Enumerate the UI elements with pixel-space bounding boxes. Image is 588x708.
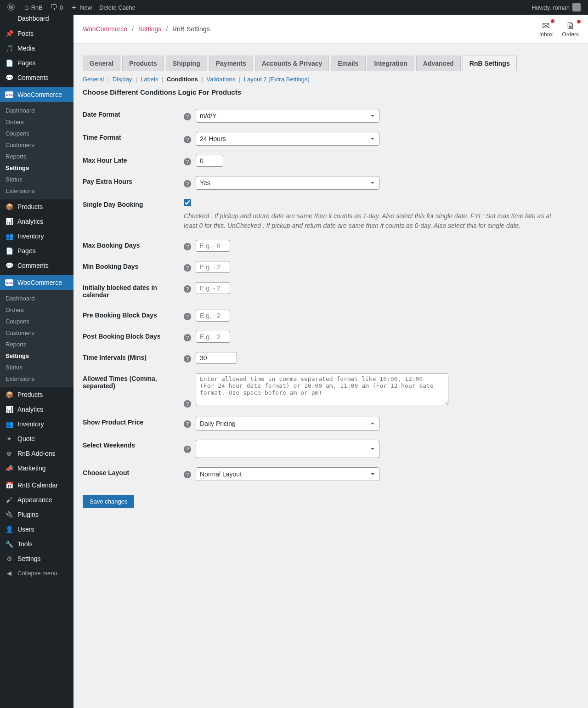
help-icon[interactable]: ? [184, 113, 191, 120]
submenu-extensions[interactable]: Extensions [0, 185, 74, 197]
help-icon[interactable]: ? [184, 243, 191, 250]
sidebar-dashboard-cut[interactable]: Dashboard [0, 15, 74, 24]
sidebar-item-tools[interactable]: 🔧Tools [0, 537, 74, 551]
subtab-labels[interactable]: Labels [141, 76, 158, 83]
subtab-layout-2-extra-settings-[interactable]: Layout 2 (Extra Settings) [244, 76, 310, 83]
tab-rnb-settings[interactable]: RnB Settings [463, 56, 517, 71]
sidebar-item-pages[interactable]: 📄Pages [0, 244, 74, 258]
submenu-reports[interactable]: Reports [0, 339, 74, 350]
help-icon[interactable]: ? [184, 285, 191, 293]
help-icon[interactable]: ? [184, 313, 191, 320]
inbox-action[interactable]: ✉ Inbox [539, 20, 553, 38]
help-icon[interactable]: ? [184, 264, 191, 272]
sidebar-item-inventory[interactable]: 👥Inventory [0, 417, 74, 431]
sidebar-item-comments[interactable]: 💬Comments [0, 70, 74, 85]
site-name[interactable]: ⌂RnB [21, 0, 46, 15]
wordpress-logo[interactable]: ⓦ [4, 0, 21, 15]
tab-integration[interactable]: Integration [368, 56, 414, 71]
sidebar-item-pages[interactable]: 📄Pages [0, 56, 74, 70]
tab-payments[interactable]: Payments [209, 56, 253, 71]
help-icon[interactable]: ? [184, 355, 191, 362]
single-day-checkbox[interactable] [184, 199, 191, 206]
weekends-select[interactable] [196, 440, 379, 458]
breadcrumb-woo[interactable]: WooCommerce [83, 25, 127, 33]
bars-icon: 📊 [5, 406, 14, 413]
submenu-dashboard[interactable]: Dashboard [0, 105, 74, 116]
tab-shipping[interactable]: Shipping [166, 56, 207, 71]
max-booking-input[interactable] [196, 240, 230, 252]
time-intervals-input[interactable] [196, 352, 237, 364]
sidebar-item-analytics[interactable]: 📊Analytics [0, 214, 74, 229]
help-icon[interactable]: ? [184, 158, 191, 165]
bars-icon: 📊 [5, 218, 14, 225]
sidebar-item-posts[interactable]: 📌Posts [0, 26, 74, 41]
new-content[interactable]: ＋New [67, 0, 96, 15]
submenu-customers[interactable]: Customers [0, 327, 74, 339]
subtab-general[interactable]: General [83, 76, 104, 83]
tab-advanced[interactable]: Advanced [416, 56, 461, 71]
pre-block-input[interactable] [196, 310, 230, 322]
submenu-coupons[interactable]: Coupons [0, 316, 74, 327]
submenu-orders[interactable]: Orders [0, 304, 74, 316]
min-booking-input[interactable] [196, 261, 230, 273]
sidebar-woocommerce-2[interactable]: wooWooCommerce [0, 275, 74, 290]
pay-extra-select[interactable]: Yes [196, 176, 379, 190]
sidebar-item-rnb-add-ons[interactable]: ⊕RnB Add-ons [0, 446, 74, 461]
help-icon[interactable]: ? [184, 400, 191, 408]
sidebar-item-label: Dashboard [17, 15, 49, 22]
tab-products[interactable]: Products [122, 56, 164, 71]
layout-select[interactable]: Normal Layout [196, 467, 379, 481]
sidebar-item-media[interactable]: 🎵Media [0, 41, 74, 56]
help-icon[interactable]: ? [184, 180, 191, 187]
sidebar-woocommerce[interactable]: wooWooCommerce [0, 87, 74, 102]
help-icon[interactable]: ? [184, 471, 191, 478]
submenu-settings[interactable]: Settings [0, 162, 74, 174]
time-format-select[interactable]: 24 Hours [196, 132, 379, 146]
tab-accounts-privacy[interactable]: Accounts & Privacy [255, 56, 329, 71]
subtab-display[interactable]: Display [113, 76, 132, 83]
sidebar-item-comments[interactable]: 💬Comments [0, 258, 74, 273]
init-blocked-input[interactable] [196, 282, 230, 294]
post-block-input[interactable] [196, 331, 230, 343]
sidebar-item-marketing[interactable]: 📣Marketing [0, 461, 74, 476]
comments-menu[interactable]: 🗨0 [46, 0, 67, 15]
sidebar-item-users[interactable]: 👤Users [0, 522, 74, 537]
delete-cache[interactable]: Delete Cache [96, 0, 139, 15]
help-icon[interactable]: ? [184, 446, 191, 453]
submenu-settings[interactable]: Settings [0, 350, 74, 362]
user-menu[interactable]: Howdy, roman [528, 0, 584, 15]
sidebar-item-products[interactable]: 📦Products [0, 199, 74, 214]
subtab-validations[interactable]: Validations [207, 76, 236, 83]
allowed-times-textarea[interactable] [196, 373, 448, 405]
sidebar-item-products[interactable]: 📦Products [0, 387, 74, 402]
sidebar-item-settings[interactable]: ⚙Settings [0, 551, 74, 566]
submenu-status[interactable]: Status [0, 174, 74, 185]
submenu-customers[interactable]: Customers [0, 139, 74, 151]
submenu-coupons[interactable]: Coupons [0, 128, 74, 139]
time-format-label: Time Format [83, 127, 184, 150]
help-icon[interactable]: ? [184, 420, 191, 428]
breadcrumb-settings[interactable]: Settings [138, 25, 162, 33]
tab-general[interactable]: General [83, 56, 120, 71]
sidebar-item-quote[interactable]: ✦Quote [0, 431, 74, 446]
sidebar-item-rnb-calendar[interactable]: 📅RnB Calendar [0, 478, 74, 493]
sidebar-item-inventory[interactable]: 👥Inventory [0, 229, 74, 244]
save-button[interactable]: Save changes [83, 495, 134, 508]
sidebar-item-appearance[interactable]: 🖌Appearance [0, 493, 74, 507]
submenu-dashboard[interactable]: Dashboard [0, 293, 74, 304]
sidebar-item-plugins[interactable]: 🔌Plugins [0, 507, 74, 522]
show-price-select[interactable]: Daily Pricing [196, 417, 379, 430]
tab-emails[interactable]: Emails [331, 56, 365, 71]
submenu-extensions[interactable]: Extensions [0, 373, 74, 385]
orders-action[interactable]: 🗎 Orders [562, 21, 579, 38]
help-icon[interactable]: ? [184, 136, 191, 143]
submenu-orders[interactable]: Orders [0, 116, 74, 128]
sidebar-item-label: Plugins [17, 511, 39, 518]
submenu-reports[interactable]: Reports [0, 151, 74, 162]
date-format-select[interactable]: m/d/Y [196, 109, 379, 123]
max-hour-late-input[interactable] [196, 155, 223, 167]
submenu-status[interactable]: Status [0, 362, 74, 373]
sidebar-item-analytics[interactable]: 📊Analytics [0, 402, 74, 417]
help-icon[interactable]: ? [184, 334, 191, 341]
collapse-menu[interactable]: ◀Collapse menu [0, 566, 74, 580]
